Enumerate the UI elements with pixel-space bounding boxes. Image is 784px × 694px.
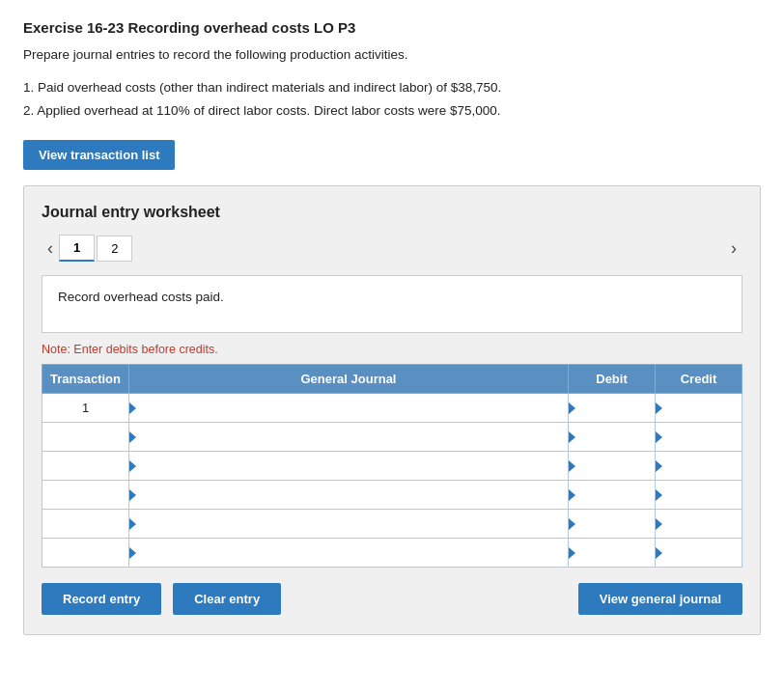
transaction-cell — [42, 481, 129, 510]
header-credit: Credit — [656, 365, 742, 394]
credit-cell[interactable] — [656, 481, 742, 510]
view-general-journal-button[interactable]: View general journal — [578, 583, 742, 615]
journal-table: Transaction General Journal Debit Credit… — [42, 364, 742, 568]
journal-input[interactable] — [129, 539, 568, 567]
table-row — [42, 510, 742, 539]
header-transaction: Transaction — [42, 365, 129, 394]
journal-cell[interactable] — [129, 452, 569, 481]
transaction-cell — [42, 539, 129, 568]
tab-next-button[interactable]: › — [725, 238, 742, 259]
credit-cell[interactable] — [656, 394, 742, 423]
header-journal: General Journal — [129, 365, 569, 394]
table-row — [42, 481, 742, 510]
clear-entry-button[interactable]: Clear entry — [173, 583, 281, 615]
worksheet-title: Journal entry worksheet — [42, 204, 742, 221]
debit-cell[interactable] — [569, 394, 656, 423]
instruction-2: 2. Applied overhead at 110% of direct la… — [23, 100, 761, 122]
credit-input[interactable] — [656, 452, 742, 480]
transaction-cell — [42, 452, 129, 481]
journal-input[interactable] — [129, 510, 568, 538]
credit-cell[interactable] — [656, 510, 742, 539]
tab-prev-button[interactable]: ‹ — [42, 239, 59, 257]
bottom-buttons: Record entry Clear entry View general jo… — [42, 583, 742, 615]
credit-cell[interactable] — [656, 539, 742, 568]
header-debit: Debit — [569, 365, 656, 394]
journal-cell[interactable] — [129, 481, 569, 510]
page-title: Exercise 16-23 Recording overhead costs … — [23, 19, 761, 36]
note-text: Note: Enter debits before credits. — [42, 343, 742, 356]
credit-input[interactable] — [656, 394, 742, 422]
debit-cell[interactable] — [569, 510, 656, 539]
transaction-cell: 1 — [42, 394, 129, 423]
instructions: 1. Paid overhead costs (other than indir… — [23, 77, 761, 121]
debit-cell[interactable] — [569, 452, 656, 481]
debit-cell[interactable] — [569, 481, 656, 510]
journal-cell[interactable] — [129, 423, 569, 452]
debit-cell[interactable] — [569, 423, 656, 452]
record-entry-button[interactable]: Record entry — [42, 583, 161, 615]
credit-input[interactable] — [656, 481, 742, 509]
debit-input[interactable] — [569, 452, 655, 480]
debit-cell[interactable] — [569, 539, 656, 568]
journal-input[interactable] — [129, 394, 568, 422]
journal-cell[interactable] — [129, 539, 569, 568]
journal-input[interactable] — [129, 423, 568, 451]
view-transaction-button[interactable]: View transaction list — [23, 140, 175, 170]
debit-input[interactable] — [569, 394, 655, 422]
table-row — [42, 423, 742, 452]
table-row — [42, 539, 742, 568]
credit-input[interactable] — [656, 539, 742, 567]
table-row — [42, 452, 742, 481]
debit-input[interactable] — [569, 539, 655, 567]
instruction-box: Record overhead costs paid. — [42, 275, 742, 333]
subtitle: Prepare journal entries to record the fo… — [23, 47, 761, 62]
credit-input[interactable] — [656, 423, 742, 451]
worksheet-container: Journal entry worksheet ‹ 1 2 › Record o… — [23, 185, 761, 635]
transaction-cell — [42, 510, 129, 539]
journal-cell[interactable] — [129, 510, 569, 539]
transaction-cell — [42, 423, 129, 452]
table-row: 1 — [42, 394, 742, 423]
journal-input[interactable] — [129, 481, 568, 509]
journal-input[interactable] — [129, 452, 568, 480]
credit-cell[interactable] — [656, 452, 742, 481]
tab-2-button[interactable]: 2 — [97, 236, 132, 262]
tabs-row: ‹ 1 2 › — [42, 235, 742, 262]
journal-cell[interactable] — [129, 394, 569, 423]
instruction-1: 1. Paid overhead costs (other than indir… — [23, 77, 761, 98]
debit-input[interactable] — [569, 510, 655, 538]
credit-input[interactable] — [656, 510, 742, 538]
tab-1-button[interactable]: 1 — [59, 235, 95, 262]
credit-cell[interactable] — [656, 423, 742, 452]
debit-input[interactable] — [569, 423, 655, 451]
debit-input[interactable] — [569, 481, 655, 509]
